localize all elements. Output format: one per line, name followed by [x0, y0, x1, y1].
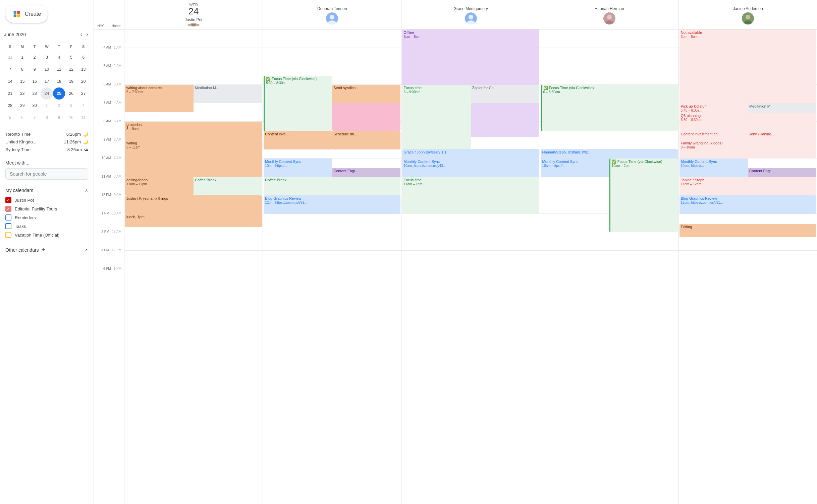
mini-cal-day[interactable]: 8 — [41, 112, 53, 124]
mini-cal-day[interactable]: 7 — [4, 63, 16, 75]
mini-cal-day[interactable]: 15 — [16, 75, 28, 87]
event-time: 6 – 8:30am — [543, 90, 676, 94]
time-slot-5am: 5 AM 2 AM — [94, 66, 124, 85]
mini-cal-day[interactable]: 1 — [41, 100, 53, 112]
mini-cal-day[interactable]: 23 — [29, 87, 41, 100]
event-janine-monthly[interactable]: Monthly Content Sync 10am, https://... — [679, 159, 748, 177]
time-nyc-5am: 5 AM — [103, 64, 111, 68]
weekday-w: W — [41, 42, 53, 51]
event-justin-writing2[interactable]: writing 9 – 11am — [125, 140, 262, 177]
event-deborah-coffee[interactable]: Coffee Break — [264, 177, 400, 195]
event-justin-lunch[interactable]: lunch, 1pm — [125, 214, 262, 227]
mini-cal-day[interactable]: 6 — [77, 51, 90, 63]
mini-cal-day[interactable]: 2 — [53, 100, 65, 112]
grid-hour-justin-3 — [124, 66, 263, 85]
my-calendars-section: My calendars ∧ ✓ Justin Pot ✓ Editorial … — [0, 184, 94, 242]
mini-cal-day[interactable]: 6 — [16, 112, 28, 124]
mini-cal-day[interactable]: 20 — [77, 75, 90, 87]
event-hannah-focus2[interactable]: ✅ Focus Time (via Clockwise) 10am – 2pm — [609, 159, 678, 232]
event-deborah-blog[interactable]: Blog Graphics Review 12pm, https://zoom.… — [264, 195, 400, 214]
calendar-vacation[interactable]: Vacation Time (Official) — [5, 231, 88, 239]
event-title: Hannah/Steph, 9:30am, http... — [542, 150, 676, 154]
mini-cal-day[interactable]: 11 — [53, 63, 65, 75]
next-month-button[interactable]: › — [85, 29, 90, 39]
mini-cal-day[interactable]: 18 — [53, 75, 65, 87]
time-slot-9am: 9 AM 6 AM — [94, 140, 124, 159]
mini-cal-day[interactable]: 9 — [53, 112, 65, 124]
mini-cal-day[interactable]: 9 — [29, 63, 41, 75]
event-janine-blog[interactable]: Blog Graphics Review 12pm, https://zoom.… — [679, 195, 816, 214]
mini-cal-day[interactable]: 10 — [41, 63, 53, 75]
mini-cal-day[interactable]: 16 — [29, 75, 41, 87]
person-header-deborah: Deborah Tennen — [263, 0, 401, 29]
event-deborah-schedule[interactable]: Schedule dri... — [332, 131, 400, 149]
mini-cal-day[interactable]: 3 — [65, 100, 77, 112]
mini-cal-day[interactable]: 3 — [41, 51, 53, 63]
event-hannah-monthly[interactable]: Monthly Content Sync 10am, https://... — [541, 159, 609, 177]
event-justin-krystina[interactable]: Justin / Krystina fix things — [125, 195, 262, 214]
my-calendars-header[interactable]: My calendars ∧ — [5, 186, 88, 196]
mini-cal-day[interactable]: 7 — [29, 112, 41, 124]
other-calendars-header[interactable]: Other calendars + ∧ — [5, 245, 88, 256]
mini-cal-day[interactable]: 28 — [4, 100, 16, 112]
calendar-justin-pot[interactable]: ✓ Justin Pot — [5, 196, 88, 204]
mini-cal-day[interactable]: 12 — [65, 63, 77, 75]
event-janine-editing[interactable]: Editing — [679, 224, 816, 237]
mini-cal-day[interactable]: 8 — [16, 63, 28, 75]
mini-cal-day[interactable]: 30 — [29, 100, 41, 112]
mini-cal-day[interactable]: 13 — [77, 63, 90, 75]
event-grace-focus2[interactable]: Focus time 11am – 1pm — [402, 177, 539, 214]
grid-hour-justin-13 — [124, 251, 263, 269]
prev-month-button[interactable]: ‹ — [79, 29, 84, 39]
event-deborah-send[interactable]: Send syndica... — [332, 85, 400, 103]
mini-cal-day[interactable]: 27 — [77, 87, 90, 100]
mini-cal-day[interactable]: 4 — [53, 51, 65, 63]
create-button[interactable]: Create — [5, 5, 48, 23]
mini-cal-day[interactable]: 29 — [16, 100, 28, 112]
mini-cal-day[interactable]: 2 — [29, 51, 41, 63]
add-calendar-button[interactable]: + — [42, 246, 46, 254]
mini-cal-day[interactable]: 19 — [65, 75, 77, 87]
mini-cal-day[interactable]: 22 — [16, 87, 28, 100]
mini-cal-day[interactable]: 1 — [16, 51, 28, 63]
event-justin-meditation[interactable]: Meditation M... — [194, 85, 262, 103]
event-janine-family[interactable]: Family wrangling (kiddos) 9 – 10am — [679, 140, 816, 159]
mini-cal-day[interactable]: 4 — [77, 100, 90, 112]
search-people-input[interactable] — [5, 168, 88, 180]
mini-cal-day[interactable]: 11 — [77, 112, 90, 124]
time-nyc-7am: 7 AM — [103, 101, 111, 105]
mini-cal-day[interactable]: 31 — [4, 51, 16, 63]
calendar-editorial[interactable]: ✓ Editorial Facility Tours — [5, 204, 88, 213]
event-title: Janine / Steph — [681, 178, 815, 182]
grid-hour-justin-2 — [124, 48, 263, 66]
weekday-f: F — [65, 42, 77, 51]
event-title: writing — [126, 141, 261, 145]
event-justin-groceries[interactable]: groceries 8 – 9am — [125, 122, 262, 140]
time-nyc-6am: 6 AM — [103, 82, 111, 86]
event-grace-focus[interactable]: Focus time 6 – 9:30am — [402, 85, 471, 149]
time-home-10am: 10 AM — [112, 211, 121, 215]
event-time: 6 – 7:30am — [126, 90, 192, 94]
mini-cal-day[interactable]: 5 — [4, 112, 16, 124]
mini-cal-day[interactable]: 25 — [53, 87, 65, 100]
mini-cal-day[interactable]: 5 — [65, 51, 77, 63]
calendar-tasks[interactable]: Tasks — [5, 222, 88, 231]
event-janine-steph[interactable]: Janine / Steph 11am – 12pm — [679, 177, 816, 195]
mini-cal-day[interactable]: 21 — [4, 87, 16, 100]
mini-cal-day[interactable]: 26 — [65, 87, 77, 100]
mini-cal-day[interactable]: 24 — [41, 87, 53, 100]
mini-cal-day[interactable]: 10 — [65, 112, 77, 124]
mini-cal-day[interactable]: 17 — [41, 75, 53, 87]
event-grace-zapier[interactable]: Zapier for Co... — [471, 85, 539, 103]
calendar-reminders[interactable]: Reminders — [5, 213, 88, 222]
event-justin-writing[interactable]: writing about contacts 6 – 7:30am — [125, 85, 194, 112]
calendar-checkbox-editorial: ✓ — [5, 206, 11, 212]
event-hannah-focus[interactable]: ✅ Focus Time (via Clockwise) 6 – 8:30am — [541, 85, 678, 131]
event-justin-editing[interactable]: editing/feedb... 11am – 12pm — [125, 177, 194, 195]
event-deborah-content[interactable]: Content inve... — [264, 131, 332, 149]
event-grace-monthly[interactable]: Monthly Content Sync 10am, https://zoom.… — [402, 159, 539, 177]
event-deborah-focus[interactable]: ✅ Focus Time (via Clockwise) 5:30 – 8:30… — [264, 76, 332, 131]
event-justin-coffee[interactable]: Coffee Break — [194, 177, 262, 195]
event-deborah-monthly[interactable]: Monthly Content Sync 10am, https:/... — [264, 159, 332, 177]
mini-cal-day[interactable]: 14 — [4, 75, 16, 87]
